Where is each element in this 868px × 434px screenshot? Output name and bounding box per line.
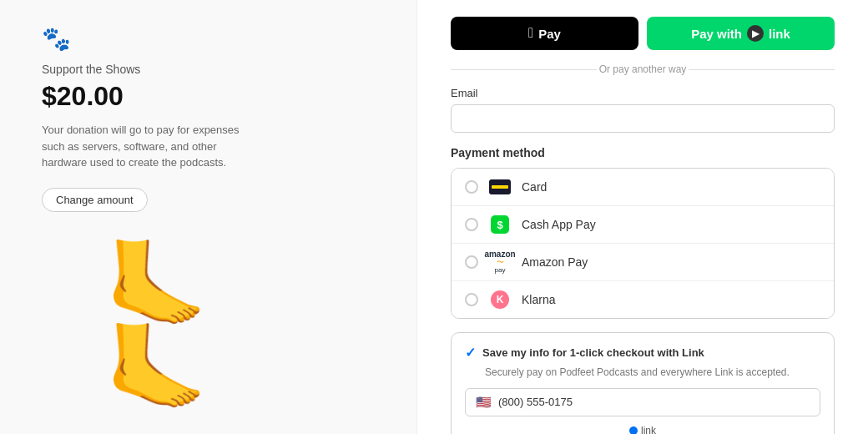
checkmark-icon: ✓ [465, 345, 476, 361]
link-save-title: Save my info for 1-click checkout with L… [482, 346, 704, 359]
description-text: Your donation will go to pay for expense… [42, 122, 259, 171]
or-divider: Or pay another way [451, 63, 835, 75]
payment-method-label: Payment method [451, 146, 835, 159]
radio-amazon [465, 255, 478, 269]
apple-icon:  [528, 25, 533, 42]
payment-option-klarna[interactable]: K Klarna [452, 281, 834, 318]
payment-options-list: Card $ Cash App Pay amazon 〜 pay [451, 168, 835, 319]
link-save-box: ✓ Save my info for 1-click checkout with… [451, 332, 835, 434]
right-panel:  Pay Pay with ▶ link Or pay another way… [417, 0, 868, 434]
link-label: link [769, 27, 790, 41]
radio-klarna [465, 293, 478, 306]
amazon-icon: amazon 〜 pay [488, 254, 512, 270]
link-save-desc: Securely pay on Podfeet Podcasts and eve… [485, 366, 820, 380]
email-label: Email [451, 87, 835, 99]
support-label: Support the Shows [42, 63, 140, 76]
left-panel: 🐾 Support the Shows $20.00 Your donation… [0, 0, 417, 434]
link-dot-icon [629, 426, 638, 434]
amazon-label: Amazon Pay [522, 255, 588, 269]
link-pay-button[interactable]: Pay with ▶ link [647, 17, 835, 50]
apple-pay-label: Pay [538, 27, 561, 41]
amount-display: $20.00 [42, 81, 124, 112]
link-brand-label: link [641, 425, 656, 434]
change-amount-button[interactable]: Change amount [42, 188, 148, 212]
payment-option-amazon[interactable]: amazon 〜 pay Amazon Pay [452, 244, 834, 281]
payment-option-cash-app[interactable]: $ Cash App Pay [452, 206, 834, 244]
page-container: 🐾 Support the Shows $20.00 Your donation… [0, 0, 868, 434]
link-save-header: ✓ Save my info for 1-click checkout with… [465, 345, 820, 361]
email-input[interactable] [451, 104, 835, 133]
card-icon [488, 179, 512, 195]
radio-card [465, 180, 478, 194]
card-label: Card [522, 180, 547, 194]
link-arrow-icon: ▶ [747, 25, 764, 42]
pay-with-label: Pay with [691, 27, 742, 41]
radio-cash-app [465, 218, 478, 231]
top-pay-buttons:  Pay Pay with ▶ link [451, 17, 835, 50]
cash-app-icon: $ [488, 216, 512, 233]
flag-icon: 🇺🇸 [476, 395, 492, 410]
phone-number: (800) 555-0175 [498, 396, 573, 408]
klarna-icon: K [488, 291, 512, 308]
phone-row: 🇺🇸 (800) 555-0175 [465, 388, 820, 416]
klarna-label: Klarna [522, 293, 555, 306]
feet-illustration: 🦶🦶 [104, 242, 313, 409]
brand-icon: 🐾 [42, 25, 71, 53]
apple-pay-button[interactable]:  Pay [451, 17, 638, 50]
cash-app-label: Cash App Pay [522, 218, 596, 231]
payment-option-card[interactable]: Card [452, 169, 834, 206]
link-logo-row: link [465, 425, 820, 434]
